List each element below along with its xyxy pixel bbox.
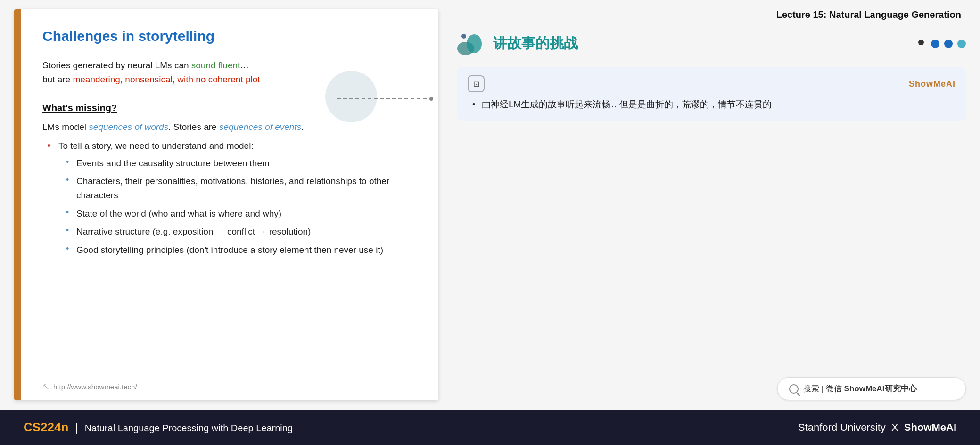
footer-showmeai: ShowMeAI — [904, 421, 956, 433]
ai-card-content: 由神经LM生成的故事听起来流畅…但是是曲折的，荒谬的，情节不连贯的 — [468, 97, 955, 112]
lm-start: LMs model — [42, 122, 89, 132]
sub-bullet-0: Events and the causality structure betwe… — [66, 156, 415, 170]
svg-point-4 — [461, 34, 466, 39]
slide-panel: Challenges in storytelling Stories gener… — [14, 9, 438, 400]
lm-mid: . Stories are — [168, 122, 219, 132]
lm-italic1: sequences of words — [89, 122, 168, 132]
decorative-circle — [325, 71, 377, 122]
footer-url: http://www.showmeai.tech/ — [53, 383, 137, 391]
footer-bar: CS224n | Natural Language Processing wit… — [0, 410, 980, 445]
para1-ellipsis: … — [240, 60, 249, 70]
dot-3[interactable] — [957, 40, 966, 48]
lm-sentence: LMs model sequences of words. Stories ar… — [42, 120, 415, 134]
slide-footer: ↖ http://www.showmeai.tech/ — [42, 381, 137, 392]
cursor-icon: ↖ — [42, 381, 49, 392]
dot-1[interactable] — [931, 40, 939, 48]
svg-point-3 — [467, 34, 482, 53]
sub-bullet-list: Events and the causality structure betwe… — [58, 156, 415, 257]
chinese-icon — [457, 31, 486, 57]
search-label: 搜索 | 微信 — [803, 384, 844, 393]
lm-end: . — [301, 122, 304, 132]
footer-left: CS224n | Natural Language Processing wit… — [24, 420, 293, 435]
svg-point-1 — [429, 97, 433, 101]
para1-red: meandering, nonsensical, with no coheren… — [73, 74, 260, 84]
search-bar[interactable]: 搜索 | 微信 ShowMeAI研究中心 — [777, 377, 966, 400]
showmeai-label: ShowMeAI — [909, 79, 955, 89]
ai-card-text: 由神经LM生成的故事听起来流畅…但是是曲折的，荒谬的，情节不连贯的 — [482, 99, 772, 109]
main-bullet-list: To tell a story, we need to understand a… — [42, 139, 415, 257]
sub-bullet-2: State of the world (who and what is wher… — [66, 207, 415, 221]
nav-dots — [918, 40, 966, 48]
footer-cs224n: CS224n — [24, 420, 68, 435]
dot-2[interactable] — [944, 40, 953, 48]
footer-stanford: Stanford University — [798, 421, 886, 433]
para1-start: Stories generated by neural LMs can — [42, 60, 191, 70]
chinese-title-text: 讲故事的挑战 — [493, 34, 578, 53]
sub-bullet-4: Good storytelling principles (don't intr… — [66, 243, 415, 257]
lm-italic2: sequences of events — [219, 122, 301, 132]
sub-bullet-3: Narrative structure (e.g. exposition → c… — [66, 225, 415, 239]
right-panel: Lecture 15: Natural Language Generation … — [448, 0, 980, 410]
footer-right: Stanford University X ShowMeAI — [798, 421, 956, 434]
chinese-title-section: 讲故事的挑战 — [457, 28, 966, 59]
search-text: 搜索 | 微信 ShowMeAI研究中心 — [803, 383, 917, 394]
para1-line2-start: but are — [42, 74, 73, 84]
search-icon — [789, 384, 799, 394]
sub-bullet-1: Characters, their personalities, motivat… — [66, 174, 415, 203]
footer-divider: | — [75, 421, 78, 434]
ai-icon-row: ⊡ ShowMeAI — [468, 75, 955, 92]
slide-left-bar — [14, 9, 21, 400]
ai-card: ⊡ ShowMeAI 由神经LM生成的故事听起来流畅…但是是曲折的，荒谬的，情节… — [457, 67, 966, 121]
ai-icon: ⊡ — [468, 75, 485, 92]
main-bullet-item: To tell a story, we need to understand a… — [47, 139, 415, 257]
ai-card-item: 由神经LM生成的故事听起来流畅…但是是曲折的，荒谬的，情节不连贯的 — [472, 97, 955, 112]
footer-subtitle: Natural Language Processing with Deep Le… — [85, 423, 293, 434]
main-bullet-text: To tell a story, we need to understand a… — [58, 141, 254, 151]
lecture-title: Lecture 15: Natural Language Generation — [776, 7, 966, 20]
footer-x: X — [891, 421, 901, 433]
search-bold-label: ShowMeAI研究中心 — [844, 384, 917, 393]
para1-green: sound fluent — [191, 60, 240, 70]
slide-title: Challenges in storytelling — [42, 28, 415, 44]
dot-small — [918, 40, 924, 45]
